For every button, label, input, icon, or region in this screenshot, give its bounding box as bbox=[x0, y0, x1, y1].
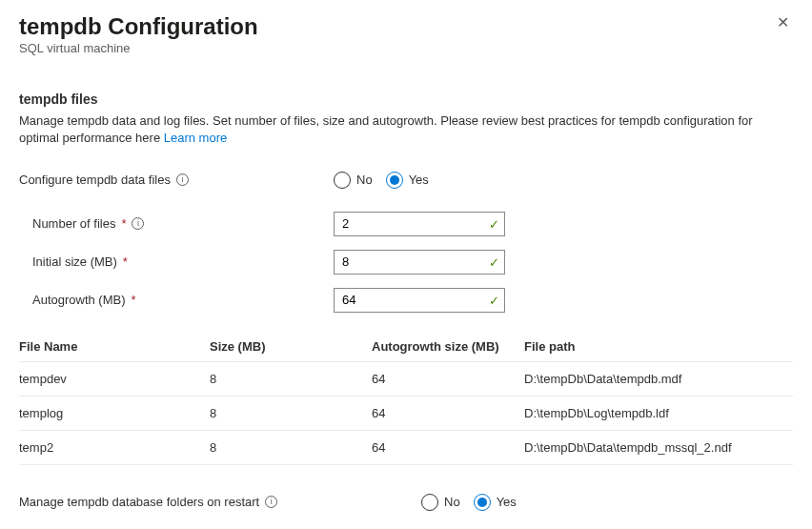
radio-icon bbox=[386, 172, 403, 189]
table-row: temp2864D:\tempDb\Data\tempdb_mssql_2.nd… bbox=[19, 430, 793, 464]
required-asterisk: * bbox=[132, 293, 136, 307]
page-title: tempdb Configuration bbox=[19, 13, 258, 40]
number-of-files-input[interactable] bbox=[334, 212, 505, 236]
section-description-text: Manage tempdb data and log files. Set nu… bbox=[19, 113, 753, 145]
cell-name: tempdev bbox=[19, 361, 210, 396]
col-size: Size (MB) bbox=[210, 332, 372, 362]
info-icon[interactable]: i bbox=[176, 173, 189, 186]
files-table: File Name Size (MB) Autogrowth size (MB)… bbox=[19, 332, 793, 465]
page-subtitle: SQL virtual machine bbox=[19, 41, 258, 55]
table-row: templog864D:\tempDb\Log\tempdb.ldf bbox=[19, 396, 793, 430]
cell-name: templog bbox=[19, 396, 210, 430]
cell-autogrowth: 64 bbox=[372, 430, 524, 464]
col-autogrowth: Autogrowth size (MB) bbox=[372, 332, 524, 362]
learn-more-link[interactable]: Learn more bbox=[164, 131, 227, 145]
cell-autogrowth: 64 bbox=[372, 396, 524, 430]
cell-path: D:\tempDb\Log\tempdb.ldf bbox=[524, 396, 793, 430]
section-description: Manage tempdb data and log files. Set nu… bbox=[19, 112, 782, 147]
radio-label-yes: Yes bbox=[497, 495, 517, 509]
cell-size: 8 bbox=[210, 430, 372, 464]
configure-yes-radio[interactable]: Yes bbox=[386, 172, 429, 189]
cell-path: D:\tempDb\Data\tempdb.mdf bbox=[524, 361, 793, 396]
radio-label-no: No bbox=[356, 173, 373, 187]
number-of-files-label: Number of files bbox=[32, 216, 115, 231]
radio-icon bbox=[334, 172, 351, 189]
cell-autogrowth: 64 bbox=[372, 361, 524, 396]
info-icon[interactable]: i bbox=[132, 217, 144, 230]
close-icon[interactable]: ✕ bbox=[773, 13, 793, 32]
cell-size: 8 bbox=[210, 396, 372, 430]
required-asterisk: * bbox=[123, 254, 128, 269]
cell-name: temp2 bbox=[19, 430, 210, 464]
autogrowth-input[interactable] bbox=[334, 288, 505, 313]
col-file-path: File path bbox=[524, 332, 793, 362]
section-heading: tempdb files bbox=[19, 92, 793, 107]
table-header-row: File Name Size (MB) Autogrowth size (MB)… bbox=[19, 332, 793, 362]
radio-label-yes: Yes bbox=[409, 173, 429, 187]
radio-icon bbox=[474, 494, 491, 511]
radio-icon bbox=[421, 494, 438, 511]
radio-label-no: No bbox=[444, 495, 460, 509]
manage-folders-yes-radio[interactable]: Yes bbox=[474, 494, 517, 511]
cell-size: 8 bbox=[210, 361, 372, 396]
info-icon[interactable]: i bbox=[265, 496, 277, 508]
configure-no-radio[interactable]: No bbox=[334, 172, 373, 189]
cell-path: D:\tempDb\Data\tempdb_mssql_2.ndf bbox=[524, 430, 793, 464]
manage-folders-label: Manage tempdb database folders on restar… bbox=[19, 495, 259, 509]
table-row: tempdev864D:\tempDb\Data\tempdb.mdf bbox=[19, 361, 793, 396]
configure-data-files-label: Configure tempdb data files bbox=[19, 173, 171, 187]
autogrowth-label: Autogrowth (MB) bbox=[32, 293, 126, 307]
initial-size-input[interactable] bbox=[334, 250, 505, 275]
col-file-name: File Name bbox=[19, 332, 210, 362]
manage-folders-no-radio[interactable]: No bbox=[421, 494, 460, 511]
required-asterisk: * bbox=[121, 216, 126, 231]
initial-size-label: Initial size (MB) bbox=[32, 254, 117, 269]
